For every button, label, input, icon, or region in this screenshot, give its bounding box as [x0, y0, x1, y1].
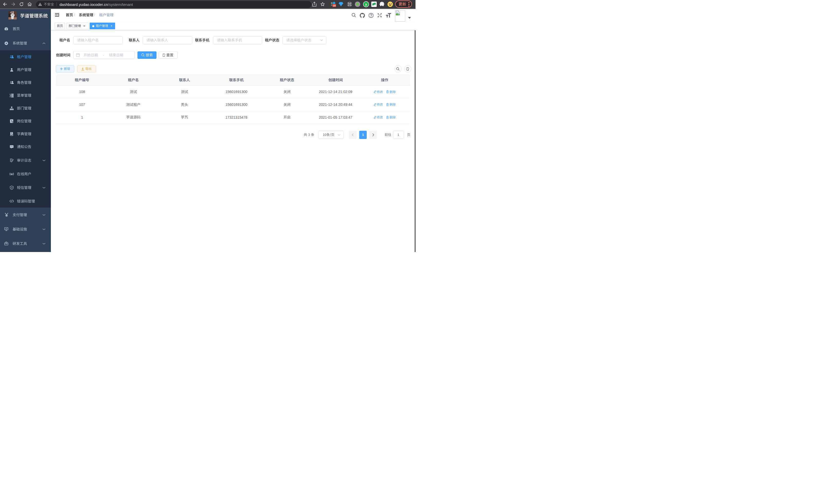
svg-text:10: 10 — [333, 4, 336, 7]
svg-text:y: y — [365, 2, 367, 6]
